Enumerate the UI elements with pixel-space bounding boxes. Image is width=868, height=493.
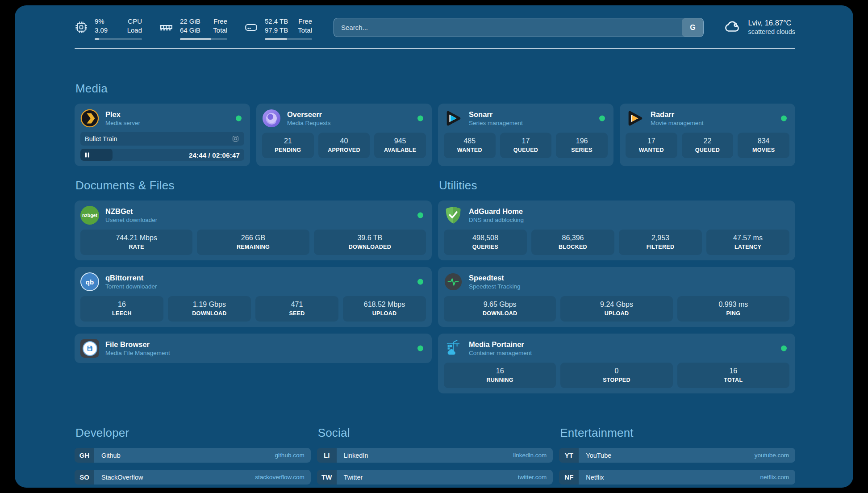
cpu-meter-fill bbox=[95, 38, 99, 40]
speedtest-card[interactable]: Speedtest Speedtest Tracking 9.65 GbpsDO… bbox=[438, 267, 795, 327]
stat-value: 498,508 bbox=[446, 233, 525, 242]
adguard-card[interactable]: AdGuard Home DNS and adblocking 498,508Q… bbox=[438, 201, 795, 260]
stat-value: 47.57 ms bbox=[708, 233, 788, 242]
plex-playback-time: 24:44 / 02:06:47 bbox=[189, 151, 240, 159]
stat-box: 39.6 TBDOWNLOADED bbox=[314, 230, 426, 255]
bookmark-twitter[interactable]: TW Twitter twitter.com bbox=[317, 470, 553, 485]
plex-subtitle: Media server bbox=[105, 119, 140, 127]
qbittorrent-status-dot bbox=[417, 279, 423, 285]
plex-progress-bar[interactable]: 24:44 / 02:06:47 bbox=[80, 149, 244, 161]
stat-box: 17WANTED bbox=[626, 133, 677, 158]
documents-section-title: Documents & Files bbox=[75, 179, 432, 192]
cpu-usage-value: 9% bbox=[95, 17, 104, 26]
radarr-card-header: Radarr Movie management bbox=[626, 109, 789, 128]
speedtest-name: Speedtest bbox=[469, 273, 521, 283]
sonarr-subtitle: Series management bbox=[469, 119, 523, 127]
portainer-card[interactable]: Media Portainer Container management 16R… bbox=[438, 334, 795, 393]
bookmark-github[interactable]: GH Github github.com bbox=[75, 448, 311, 463]
stat-box: 16RUNNING bbox=[444, 363, 556, 388]
nzbget-card-header: nzbget NZBGet Usenet downloader bbox=[80, 206, 426, 225]
filebrowser-card-header: File Browser Media File Management bbox=[80, 339, 426, 358]
speedtest-subtitle: Speedtest Tracking bbox=[469, 283, 521, 291]
sonarr-card-header: Sonarr Series management bbox=[444, 109, 608, 128]
adguard-subtitle: DNS and adblocking bbox=[469, 216, 524, 224]
stat-value: 16 bbox=[679, 366, 788, 376]
media-section: Media Plex Media server bbox=[75, 82, 795, 166]
cpu-meter bbox=[95, 38, 142, 40]
cpu-load-value: 3.09 bbox=[95, 26, 108, 35]
cloud-icon bbox=[723, 17, 741, 37]
portainer-status-dot bbox=[781, 346, 787, 351]
filebrowser-icon bbox=[80, 339, 99, 358]
stat-label: DOWNLOAD bbox=[446, 310, 554, 318]
stat-value: 485 bbox=[446, 136, 494, 146]
stat-value: 9.24 Gbps bbox=[562, 300, 671, 309]
radarr-card[interactable]: Radarr Movie management 17WANTED 22QUEUE… bbox=[620, 104, 795, 166]
ram-icon bbox=[159, 21, 173, 37]
cpu-chip-icon bbox=[75, 21, 88, 36]
stat-label: TOTAL bbox=[679, 376, 788, 384]
stat-label: WANTED bbox=[446, 146, 494, 154]
stat-box: 2,953FILTERED bbox=[619, 230, 702, 255]
qbittorrent-card[interactable]: qb qBittorrent Torrent downloader 16LEEC… bbox=[75, 267, 432, 327]
bookmark-name: LinkedIn bbox=[337, 448, 513, 463]
cpu-stat: 9%CPU 3.09Load bbox=[75, 17, 142, 40]
ram-meter-fill bbox=[180, 38, 211, 40]
stat-label: QUEUED bbox=[684, 146, 732, 154]
stat-value: 16 bbox=[446, 366, 554, 376]
overseerr-subtitle: Media Requests bbox=[287, 119, 331, 127]
stat-value: 16 bbox=[82, 300, 162, 309]
stat-value: 2,953 bbox=[621, 233, 700, 242]
stat-value: 86,396 bbox=[533, 233, 613, 242]
stat-box: 16TOTAL bbox=[677, 363, 789, 388]
pause-icon[interactable] bbox=[85, 152, 90, 158]
weather-text: Lviv, 16.87°C scattered clouds bbox=[748, 18, 795, 36]
nzbget-subtitle: Usenet downloader bbox=[105, 216, 157, 224]
plex-status-dot bbox=[236, 116, 242, 121]
bookmark-youtube[interactable]: YT YouTube youtube.com bbox=[559, 448, 795, 463]
stat-label: UPLOAD bbox=[562, 310, 671, 318]
sonarr-card[interactable]: Sonarr Series management 485WANTED 17QUE… bbox=[438, 104, 613, 166]
stat-value: 945 bbox=[376, 136, 424, 146]
stat-label: LATENCY bbox=[708, 243, 788, 251]
stat-value: 618.52 Mbps bbox=[345, 300, 424, 309]
stat-label: QUERIES bbox=[446, 243, 525, 251]
overseerr-card[interactable]: Overseerr Media Requests 21PENDING 40APP… bbox=[256, 104, 432, 166]
filebrowser-card[interactable]: File Browser Media File Management bbox=[75, 334, 432, 363]
portainer-stats: 16RUNNING 0STOPPED 16TOTAL bbox=[444, 363, 789, 388]
bookmark-linkedin[interactable]: LI LinkedIn linkedin.com bbox=[317, 448, 553, 463]
stat-box: 22QUEUED bbox=[682, 133, 734, 158]
topbar-divider bbox=[75, 48, 795, 49]
disk-total-label: Total bbox=[298, 26, 312, 35]
qbittorrent-card-header: qb qBittorrent Torrent downloader bbox=[80, 272, 426, 291]
sonarr-status-dot bbox=[599, 116, 605, 121]
search-bar[interactable]: G bbox=[334, 18, 704, 37]
search-input[interactable] bbox=[334, 18, 682, 37]
session-icon[interactable] bbox=[231, 134, 240, 143]
stat-label: PENDING bbox=[264, 146, 312, 154]
social-bookmarks: Social LI LinkedIn linkedin.com TW Twitt… bbox=[317, 426, 553, 488]
developer-bookmarks: Developer GH Github github.com SO StackO… bbox=[75, 426, 311, 488]
overseerr-icon bbox=[262, 109, 281, 128]
weather-condition: scattered clouds bbox=[748, 28, 795, 36]
stat-box: 21PENDING bbox=[262, 133, 314, 158]
sonarr-icon bbox=[444, 109, 463, 128]
disk-free-value: 52.4 TB bbox=[265, 17, 288, 26]
portainer-name: Media Portainer bbox=[469, 340, 532, 349]
stat-value: 0.993 ms bbox=[679, 300, 788, 309]
bookmark-stackoverflow[interactable]: SO StackOverflow stackoverflow.com bbox=[75, 470, 311, 485]
qbittorrent-subtitle: Torrent downloader bbox=[105, 283, 157, 291]
disk-total-value: 97.9 TB bbox=[265, 26, 288, 35]
search-engine-button[interactable]: G bbox=[682, 18, 703, 37]
plex-card[interactable]: Plex Media server Bullet Train bbox=[75, 104, 250, 166]
nzbget-stats: 744.21 MbpsRATE 266 GBREMAINING 39.6 TBD… bbox=[80, 230, 426, 255]
bookmark-netflix[interactable]: NF Netflix netflix.com bbox=[559, 470, 795, 485]
nzbget-card[interactable]: nzbget NZBGet Usenet downloader 744.21 M… bbox=[75, 201, 432, 260]
stat-label: DOWNLOAD bbox=[170, 310, 249, 318]
plex-now-playing: Bullet Train bbox=[80, 132, 244, 146]
stat-box: 16LEECH bbox=[80, 296, 163, 322]
stat-value: 9.65 Gbps bbox=[446, 300, 554, 309]
stat-value: 40 bbox=[320, 136, 368, 146]
middle-sections: Documents & Files nzbget NZBGet Usenet d… bbox=[75, 179, 795, 400]
qbittorrent-stats: 16LEECH 1.19 GbpsDOWNLOAD 471SEED 618.52… bbox=[80, 296, 426, 322]
